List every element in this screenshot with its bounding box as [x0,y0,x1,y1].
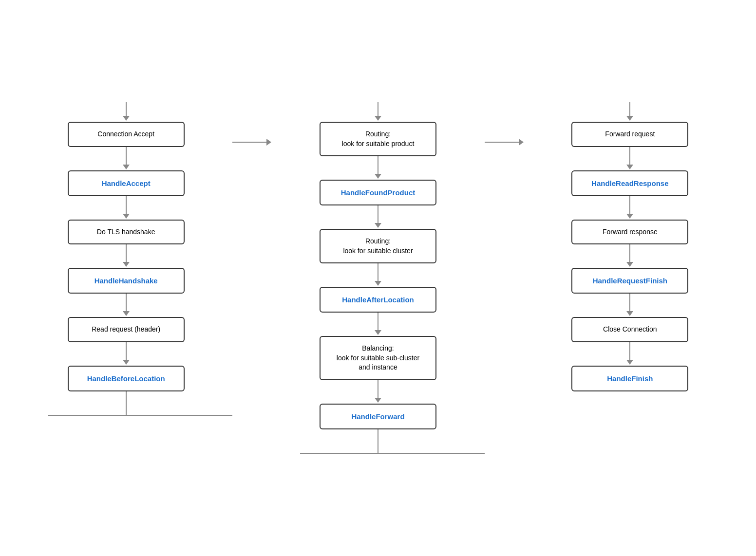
diagram: Connection Accept HandleAccept Do TLS ha… [0,88,756,468]
column-3: Forward request HandleReadResponse Forwa… [524,102,737,454]
arrow-c3-2 [626,196,633,220]
arrow-c1-4 [123,294,130,317]
h-arrow-col2-col3 [485,102,524,454]
node-routing-cluster: Routing:look for suitable cluster [320,229,436,263]
arrow-c2-1 [375,156,381,180]
node-handle-forward: HandleForward [320,404,436,429]
arrow-c3-3 [626,244,633,268]
node-handle-read-response: HandleReadResponse [571,170,688,196]
node-connection-accept: Connection Accept [68,122,185,147]
arrow-c1-2 [123,196,130,220]
node-forward-request: Forward request [571,122,688,147]
arrow-c3-1 [626,147,633,170]
node-tls-handshake: Do TLS handshake [68,220,185,245]
node-handle-handshake: HandleHandshake [68,268,185,294]
column-2: Routing:look for suitable product Handle… [271,102,484,454]
node-read-request: Read request (header) [68,317,185,342]
h-arrow-col1-col2 [232,102,271,454]
node-handle-before-location: HandleBeforeLocation [68,366,185,391]
top-entry-arrow-col2 [375,102,381,122]
node-routing-product: Routing:look for suitable product [320,122,436,156]
column-1: Connection Accept HandleAccept Do TLS ha… [19,102,232,454]
node-handle-request-finish: HandleRequestFinish [571,268,688,294]
node-handle-finish: HandleFinish [571,366,688,391]
arrow-c3-5 [626,342,633,366]
arrow-c3-4 [626,294,633,317]
arrow-c2-4 [375,313,381,336]
node-handle-found-product: HandleFoundProduct [320,180,436,205]
arrow-c1-5 [123,342,130,366]
node-handle-accept: HandleAccept [68,170,185,196]
node-close-connection: Close Connection [571,317,688,342]
arrow-c2-3 [375,263,381,287]
arrow-c1-1 [123,147,130,170]
arrow-c2-2 [375,205,381,229]
top-entry-arrow-col3 [626,102,633,122]
node-forward-response: Forward response [571,220,688,245]
arrow-c1-3 [123,244,130,268]
top-entry-arrow [123,102,130,122]
node-handle-after-location: HandleAfterLocation [320,287,436,313]
arrow-c2-5 [375,380,381,404]
node-balancing: Balancing:look for suitable sub-clustera… [320,336,436,380]
